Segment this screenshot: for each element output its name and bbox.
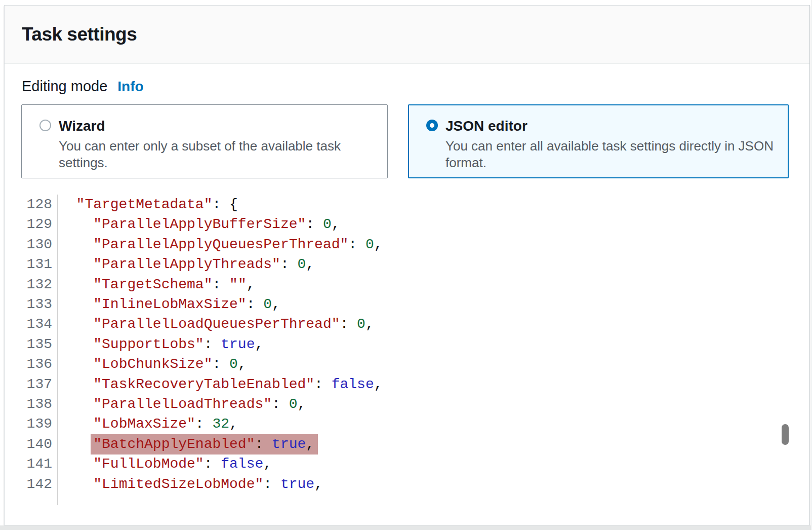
- code-text: "TargetSchema": "",: [58, 275, 255, 294]
- code-text: "LobChunkSize": 0,: [58, 354, 247, 374]
- code-line: 130 "ParallelApplyQueuesPerThread": 0,: [5, 235, 764, 254]
- code-line: 132 "TargetSchema": "",: [5, 275, 764, 294]
- line-number: 139: [5, 414, 58, 434]
- tile-json-editor[interactable]: JSON editor You can enter all available …: [408, 104, 789, 178]
- panel-header: Task settings: [5, 6, 809, 64]
- line-number: 140: [5, 434, 58, 454]
- code-text: "ParallelLoadThreads": 0,: [58, 394, 306, 414]
- code-text: "ParallelApplyQueuesPerThread": 0,: [58, 235, 383, 254]
- code-line: 137 "TaskRecoveryTableEnabled": false,: [5, 374, 764, 394]
- code-text: "LobMaxSize": 32,: [58, 414, 238, 434]
- line-number: 141: [5, 454, 58, 474]
- tile-json-editor-text: JSON editor You can enter all available …: [445, 118, 774, 177]
- code-text: "TaskRecoveryTableEnabled": false,: [58, 374, 383, 394]
- code-line: 138 "ParallelLoadThreads": 0,: [5, 394, 764, 414]
- line-number: 132: [5, 275, 58, 294]
- code-line: 131 "ParallelApplyThreads": 0,: [5, 254, 764, 274]
- code-text: "SupportLobs": true,: [58, 334, 263, 354]
- tile-json-editor-description: You can enter all available task setting…: [445, 138, 774, 171]
- tile-json-editor-title: JSON editor: [445, 118, 774, 135]
- panel-body: Editing mode Info Wizard You can enter o…: [5, 64, 809, 525]
- line-number: 142: [5, 474, 58, 494]
- tile-wizard[interactable]: Wizard You can enter only a subset of th…: [21, 104, 388, 178]
- json-code-editor[interactable]: 128 "TargetMetadata": {129 "ParallelAppl…: [5, 195, 764, 505]
- code-lines: 128 "TargetMetadata": {129 "ParallelAppl…: [5, 195, 764, 494]
- info-link[interactable]: Info: [117, 79, 143, 95]
- editing-mode-tiles: Wizard You can enter only a subset of th…: [21, 104, 789, 178]
- page-title: Task settings: [22, 24, 137, 45]
- tile-wizard-description: You can enter only a subset of the avail…: [59, 138, 377, 171]
- line-number: 130: [5, 235, 58, 254]
- json-editor-radio[interactable]: [426, 120, 438, 131]
- code-line: 136 "LobChunkSize": 0,: [5, 354, 764, 374]
- code-text: "ParallelApplyThreads": 0,: [58, 254, 314, 274]
- code-text: "LimitedSizeLobMode": true,: [58, 474, 323, 494]
- task-settings-panel: Task settings Editing mode Info Wizard Y…: [4, 5, 810, 525]
- line-number: 136: [5, 354, 58, 374]
- code-line: 139 "LobMaxSize": 32,: [5, 414, 764, 434]
- scrollbar-thumb[interactable]: [782, 424, 789, 445]
- code-line: 129 "ParallelApplyBufferSize": 0,: [5, 214, 764, 234]
- line-number: 134: [5, 314, 58, 334]
- tile-wizard-title: Wizard: [59, 118, 377, 135]
- tile-wizard-text: Wizard You can enter only a subset of th…: [59, 118, 377, 178]
- line-number: 131: [5, 254, 58, 274]
- line-number: 133: [5, 294, 58, 314]
- code-line: 133 "InlineLobMaxSize": 0,: [5, 294, 764, 314]
- code-text: "TargetMetadata": {: [58, 195, 238, 214]
- code-text: "ParallelApplyBufferSize": 0,: [58, 214, 340, 234]
- highlighted-code: "BatchApplyEnabled": true,: [91, 434, 318, 455]
- code-line: 142 "LimitedSizeLobMode": true,: [5, 474, 764, 494]
- wizard-radio[interactable]: [39, 120, 51, 131]
- line-number: 138: [5, 394, 58, 414]
- code-text: "BatchApplyEnabled": true,: [58, 434, 314, 454]
- line-number: 128: [5, 195, 58, 214]
- line-number: 135: [5, 334, 58, 354]
- bottom-band: [0, 525, 812, 530]
- code-line: 135 "SupportLobs": true,: [5, 334, 764, 354]
- code-line: 141 "FullLobMode": false,: [5, 454, 764, 474]
- editing-mode-row: Editing mode Info: [22, 78, 144, 95]
- gutter-tail: [5, 494, 58, 505]
- code-line: 128 "TargetMetadata": {: [5, 195, 764, 214]
- code-text: "FullLobMode": false,: [58, 454, 272, 474]
- code-line: 140 "BatchApplyEnabled": true,: [5, 434, 764, 454]
- editing-mode-label: Editing mode: [22, 78, 107, 95]
- code-line: 134 "ParallelLoadQueuesPerThread": 0,: [5, 314, 764, 334]
- line-number: 129: [5, 214, 58, 234]
- code-text: "ParallelLoadQueuesPerThread": 0,: [58, 314, 374, 334]
- code-text: "InlineLobMaxSize": 0,: [58, 294, 280, 314]
- line-number: 137: [5, 374, 58, 394]
